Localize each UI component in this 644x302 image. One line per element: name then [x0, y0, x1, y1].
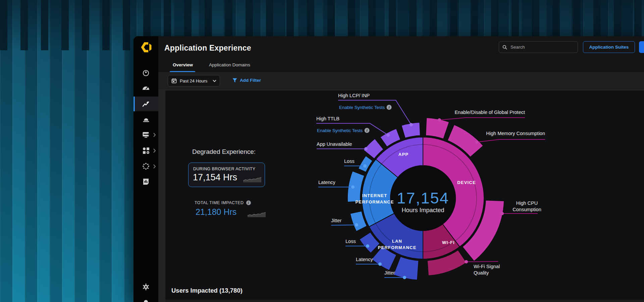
- callout-label-high-cpu: High CPU: [516, 200, 538, 206]
- leader-line-wifi-signal: [466, 261, 498, 262]
- leader-dot-loss-lan: [366, 244, 369, 248]
- leader-dot-high-cpu: [500, 212, 504, 215]
- filter-funnel-icon: [232, 78, 237, 83]
- leader-dot-high-ttlb: [386, 133, 390, 137]
- chevron-right-icon: [153, 148, 156, 153]
- sidebar: [133, 36, 158, 302]
- sidebar-item-command-center[interactable]: [133, 66, 158, 80]
- hours-impacted-sunburst-chart: 17,154Hours ImpactedDEVICEWI-FILANPERFOR…: [302, 90, 570, 292]
- sidebar-item-monitor[interactable]: [133, 127, 158, 142]
- callout-label-latency-internet: Latency: [318, 180, 336, 185]
- center-value: 17,154: [397, 189, 449, 207]
- tab-bar: Overview Application Domains: [158, 60, 644, 72]
- leader-dot-jitter-internet: [355, 223, 358, 227]
- total-time-impacted-value: 21,180 Hrs: [196, 207, 236, 217]
- siren-icon: [142, 115, 150, 123]
- leader-line-global-protect: [439, 118, 525, 120]
- leader-line-jitter-internet: [331, 225, 357, 225]
- add-filter-button[interactable]: Add Filter: [232, 78, 261, 83]
- leader-dot-jitter-lan: [403, 276, 406, 279]
- segment-label-lan: LAN: [392, 239, 402, 244]
- callout-label-high-memory: High Memory Consumption: [486, 131, 545, 136]
- monitor-share-icon: [142, 131, 150, 138]
- segment-label-wifi: WI-FI: [442, 240, 455, 245]
- dotted-circle-icon: [142, 163, 150, 170]
- callout-label-latency-lan: Latency: [356, 257, 373, 262]
- primary-action-button-partial[interactable]: [639, 41, 644, 53]
- chevron-down-icon: [213, 80, 216, 82]
- callout-label-wifi-signal: Wi-Fi Signal: [474, 264, 500, 269]
- center-label: Hours Impacted: [401, 207, 444, 214]
- filter-bar: Past 24 Hours Add Filter: [158, 72, 644, 89]
- leader-dot-high-memory: [475, 140, 479, 144]
- leader-dot-latency-lan: [378, 262, 382, 266]
- info-icon[interactable]: i: [246, 200, 251, 205]
- callout-label-high-lcp-inp: High LCP/ INP: [338, 93, 370, 98]
- leader-line-high-memory: [477, 139, 545, 142]
- segment-label-internet: INTERNET: [362, 193, 387, 198]
- time-range-value: Past 24 Hours: [180, 78, 210, 83]
- leader-line-high-lcp-inp: [338, 100, 411, 125]
- leader-dot-global-protect: [438, 118, 441, 122]
- sidebar-item-reports[interactable]: [133, 174, 158, 189]
- callout-label-jitter-internet: Jitter: [331, 218, 342, 223]
- callout-label-high-cpu: Consumption: [513, 207, 541, 212]
- leader-dot-wifi-signal: [465, 260, 468, 263]
- total-time-impacted-text: TOTAL TIME IMPACTED: [195, 200, 244, 205]
- chevron-right-icon: [153, 133, 156, 137]
- tab-application-domains[interactable]: Application Domains: [209, 62, 250, 67]
- browser-activity-sparkline: [243, 176, 261, 182]
- calendar-clock-icon: [171, 78, 177, 83]
- browser-activity-value: 17,154 Hrs: [193, 172, 237, 183]
- tab-overview[interactable]: Overview: [173, 62, 193, 67]
- degraded-experience-heading: Degraded Experience:: [192, 148, 256, 156]
- gear-icon: [142, 283, 150, 291]
- leader-dot-app-unavailable: [364, 147, 368, 150]
- app-window: Application Experience Application Suite…: [133, 36, 644, 302]
- sidebar-item-notifications[interactable]: [133, 295, 158, 302]
- bell-icon: [143, 299, 149, 302]
- callout-label-loss-internet: Loss: [344, 159, 355, 164]
- callout-label-high-ttlb: High TTLB: [316, 116, 339, 121]
- browser-activity-card[interactable]: DURING BROWSER ACTIVITY 17,154 Hrs: [188, 163, 265, 187]
- search-input[interactable]: [510, 44, 574, 50]
- time-range-dropdown[interactable]: Past 24 Hours: [168, 75, 220, 86]
- gauge-icon: [142, 84, 150, 92]
- enable-synthetic-tests-link[interactable]: Enable Synthetic Tests: [317, 128, 363, 133]
- trend-icon: [142, 100, 150, 108]
- sidebar-item-workflows[interactable]: [133, 143, 158, 158]
- callout-label-wifi-signal: Quality: [474, 270, 489, 276]
- chevron-right-icon: [153, 164, 156, 169]
- sidebar-item-application-experience[interactable]: [133, 97, 158, 111]
- report-icon: [142, 178, 150, 185]
- global-search[interactable]: [499, 41, 578, 53]
- leader-dot-latency-internet: [351, 185, 355, 189]
- leader-dot-loss-internet: [363, 164, 367, 168]
- total-time-impacted-label: TOTAL TIME IMPACTED i: [195, 200, 251, 205]
- apps-gear-icon: [142, 147, 150, 154]
- sidebar-item-operations[interactable]: [133, 159, 158, 174]
- segment-label-internet: PERFORMANCE: [355, 199, 394, 204]
- sub-arc-jitter-lan[interactable]: [393, 257, 419, 280]
- segment-label-lan: PERFORMANCE: [378, 245, 416, 250]
- callout-label-app-unavailable: App Unavailable: [317, 141, 352, 147]
- brand-logo-icon[interactable]: [140, 42, 152, 53]
- callout-label-loss-lan: Loss: [345, 239, 356, 244]
- leader-dot-high-lcp-inp: [410, 123, 413, 126]
- sub-arc-global-protect[interactable]: [426, 118, 449, 139]
- enable-synthetic-tests-link[interactable]: Enable Synthetic Tests: [339, 105, 385, 110]
- sidebar-item-dashboards[interactable]: [133, 80, 158, 95]
- users-impacted-heading: Users Impacted (13,780): [171, 287, 243, 294]
- segment-label-app: APP: [398, 152, 409, 157]
- search-icon: [502, 45, 507, 50]
- sidebar-item-incidents[interactable]: [133, 112, 158, 126]
- segment-label-device: DEVICE: [457, 180, 476, 185]
- application-suites-button[interactable]: Application Suites: [583, 41, 635, 53]
- callout-label-global-protect: Enable/Disable of Global Protect: [454, 110, 525, 115]
- callout-label-jitter-lan: Jitter: [384, 270, 395, 276]
- page-title: Application Experience: [164, 44, 251, 53]
- next-section-edge: [165, 300, 644, 302]
- total-time-sparkline: [248, 211, 266, 217]
- add-filter-label: Add Filter: [240, 78, 261, 83]
- sidebar-item-settings[interactable]: [133, 280, 158, 294]
